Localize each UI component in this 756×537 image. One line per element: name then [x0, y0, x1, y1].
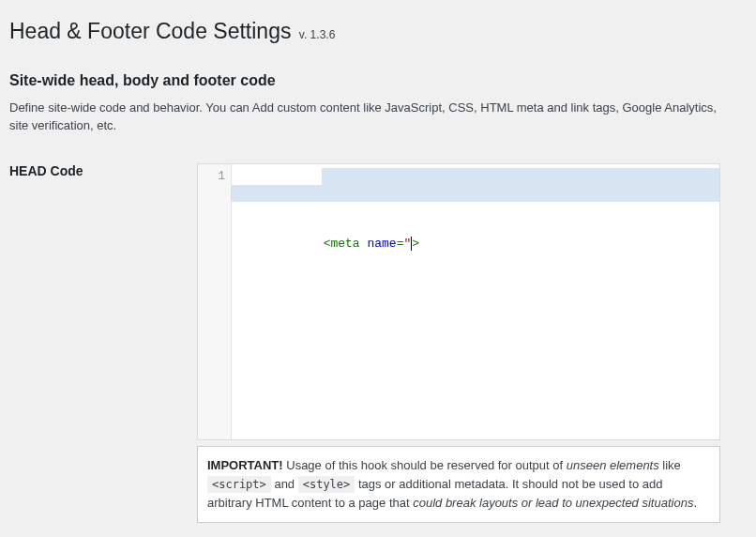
important-note: IMPORTANT! Usage of this hook should be …: [197, 446, 720, 523]
head-code-editor[interactable]: 1 <meta name=">: [197, 163, 720, 440]
version-label: v. 1.3.6: [297, 28, 335, 41]
editor-gutter: 1: [198, 164, 232, 439]
editor-content[interactable]: <meta name=">: [232, 164, 719, 439]
note-strong: IMPORTANT!: [207, 458, 283, 472]
selection-highlight: [232, 185, 719, 202]
title-text: Head & Footer Code Settings: [9, 19, 291, 43]
code-style: <style>: [298, 476, 355, 493]
selection-highlight: [322, 168, 719, 185]
line-number: 1: [202, 168, 225, 185]
section-description: Define site-wide code and behavior. You …: [9, 99, 737, 135]
section-title: Site-wide head, body and footer code: [9, 72, 737, 89]
code-line-1: <meta name=">: [324, 237, 420, 251]
page-title: Head & Footer Code Settings v. 1.3.6: [9, 9, 737, 50]
head-code-label: HEAD Code: [9, 163, 83, 178]
code-script: <script>: [207, 476, 271, 493]
